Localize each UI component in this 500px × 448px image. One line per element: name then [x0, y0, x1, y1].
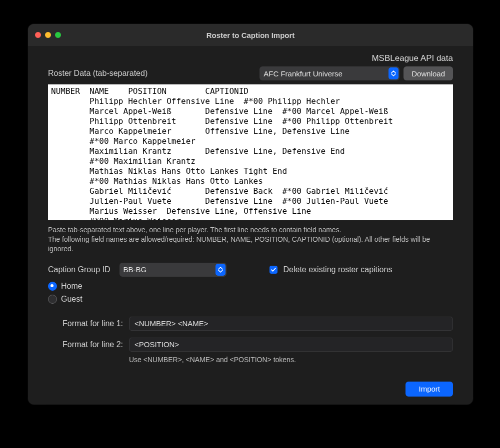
- download-button[interactable]: Download: [404, 66, 453, 80]
- import-button[interactable]: Import: [406, 382, 453, 397]
- radio-guest-label: Guest: [61, 295, 82, 304]
- content-area: MSBLeague API data Roster Data (tab-sepa…: [28, 46, 473, 405]
- dialog-window: Roster to Caption Import MSBLeague API d…: [28, 24, 473, 405]
- format-line2-row: Format for line 2:: [48, 338, 453, 352]
- minimize-icon[interactable]: [45, 32, 51, 38]
- roster-data-label: Roster Data (tab-separated): [48, 69, 256, 78]
- help-text-line2: The following field names are allowed/re…: [48, 235, 430, 253]
- api-header: MSBLeague API data: [48, 53, 453, 63]
- format-line2-label: Format for line 2:: [48, 340, 123, 349]
- radio-home-label: Home: [61, 282, 82, 291]
- format-line1-label: Format for line 1:: [48, 319, 123, 328]
- help-text-line1: Paste tab-separated text above, one line…: [48, 226, 342, 234]
- chevron-up-down-icon: [216, 264, 226, 276]
- radio-home[interactable]: [48, 282, 57, 291]
- format-line1-input[interactable]: [129, 317, 453, 331]
- radio-guest-row[interactable]: Guest: [48, 295, 453, 304]
- close-icon[interactable]: [35, 32, 41, 38]
- delete-existing-checkbox[interactable]: [270, 266, 278, 274]
- roster-header-row: Roster Data (tab-separated) AFC Frankfur…: [48, 66, 453, 80]
- download-button-label: Download: [412, 69, 445, 78]
- caption-group-select[interactable]: BB-BG: [120, 263, 226, 277]
- import-button-label: Import: [418, 385, 440, 393]
- roster-data-textarea[interactable]: [48, 84, 453, 220]
- team-select-value: AFC Frankfurt Universe: [264, 69, 342, 78]
- team-side-radio-group: Home Guest: [48, 282, 453, 304]
- footer: Import: [48, 382, 453, 397]
- format-line1-row: Format for line 1:: [48, 317, 453, 331]
- chevron-up-down-icon: [388, 67, 398, 79]
- team-select[interactable]: AFC Frankfurt Universe: [260, 66, 400, 80]
- tokens-hint: Use <NUMBER>, <NAME> and <POSITION> toke…: [129, 356, 453, 364]
- caption-group-row: Caption Group ID BB-BG Delete existing r…: [48, 263, 453, 277]
- window-controls: [35, 32, 61, 38]
- delete-existing-label: Delete existing roster capitions: [284, 265, 392, 274]
- maximize-icon[interactable]: [55, 32, 61, 38]
- radio-guest[interactable]: [48, 295, 57, 304]
- caption-group-label: Caption Group ID: [48, 265, 110, 274]
- help-text: Paste tab-separated text above, one line…: [48, 225, 453, 254]
- format-line2-input[interactable]: [129, 338, 453, 352]
- window-title: Roster to Caption Import: [28, 31, 473, 39]
- radio-home-row[interactable]: Home: [48, 282, 453, 291]
- titlebar: Roster to Caption Import: [28, 24, 473, 46]
- caption-group-value: BB-BG: [124, 265, 147, 274]
